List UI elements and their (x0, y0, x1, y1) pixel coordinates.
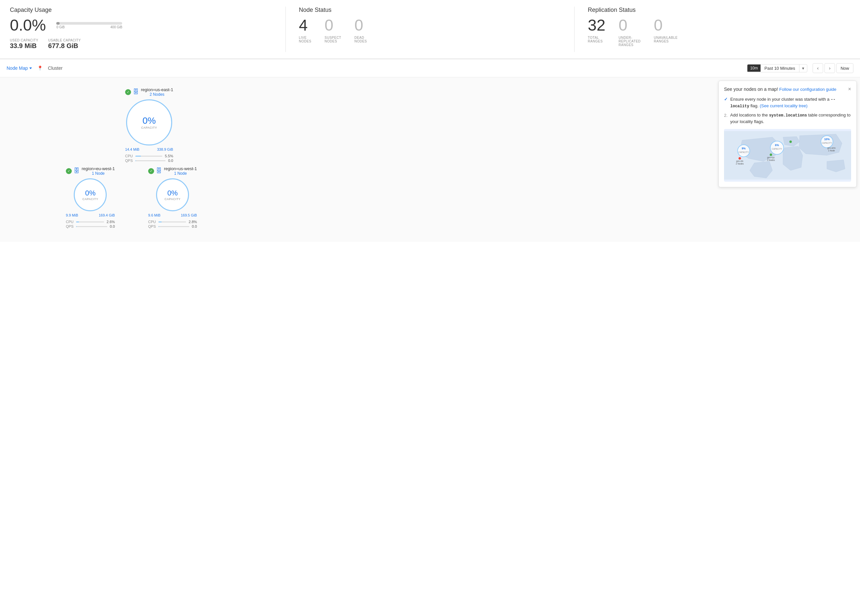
under-replicated-label: UNDER-REPLICATEDRANGES (619, 36, 641, 47)
suspect-nodes-item: 0 SUSPECTNODES (325, 17, 341, 43)
capacity-bar-track (56, 22, 122, 25)
capacity-bar-fill (56, 22, 60, 25)
capacity-circle-eu-west-1: 0% CAPACITY (74, 178, 107, 211)
popup-step-2: 2. Add locations to the system.locations… (724, 112, 851, 125)
svg-text:1 Node: 1 Node (828, 149, 835, 152)
node-map-title-button[interactable]: Node Map (6, 66, 32, 71)
qps-bar-eu-west-1 (76, 226, 107, 227)
svg-text:9%: 9% (742, 147, 746, 150)
svg-text:10%: 10% (824, 138, 830, 141)
cluster-label: Cluster (48, 66, 63, 71)
svg-point-10 (770, 154, 772, 156)
svg-text:geo-ams: geo-ams (827, 146, 836, 149)
region-header-eu-west-1: ✓ 🗄 region=eu-west-1 1 Node (66, 166, 115, 176)
region-header-us-east-1: ✓ 🗄 region=us-east-1 2 Nodes (125, 87, 173, 97)
dead-nodes-value: 0 (354, 17, 367, 33)
under-replicated-value: 0 (619, 17, 641, 33)
follow-guide-link[interactable]: Follow our configuration guide (779, 87, 836, 92)
capacity-usage-panel: Capacity Usage 0.0% 0 GiB 400 GiB USED C… (10, 6, 286, 52)
svg-text:2 Nodes: 2 Nodes (767, 159, 775, 161)
time-range-label: Past 10 Minutes (761, 64, 799, 72)
map-svg: 9% CAPACITY geo-sfo 2 Nodes 6% CAPACITY … (724, 129, 851, 182)
svg-text:CAPACITY: CAPACITY (739, 151, 749, 153)
region-eu-west-1: ✓ 🗄 region=eu-west-1 1 Node 0% CAPACITY … (66, 166, 115, 229)
storage-stats-us-east-1: 14.4 MiB 338.9 GiB (125, 147, 173, 151)
nav-buttons: ‹ › Now (813, 63, 854, 73)
node-map-section: Node Map 📍 Cluster 10m Past 10 Minutes ▾… (0, 59, 860, 242)
popup-steps: ✓ Ensure every node in your cluster was … (724, 96, 851, 125)
popup-step-1: ✓ Ensure every node in your cluster was … (724, 96, 851, 109)
node-status-title: Node Status (299, 6, 561, 14)
config-popup: See your nodes on a map! Follow our conf… (719, 81, 857, 187)
dead-nodes-item: 0 DEADNODES (354, 17, 367, 43)
time-badge: 10m (747, 64, 760, 72)
stats-section: Capacity Usage 0.0% 0 GiB 400 GiB USED C… (0, 0, 860, 59)
qps-bar-us-east-1 (135, 160, 165, 161)
capacity-circle-us-west-1: 0% CAPACITY (156, 178, 189, 211)
unavailable-ranges-label: UNAVAILABLERANGES (654, 36, 678, 43)
usable-capacity-value: 677.8 GiB (48, 42, 81, 50)
step-1-text: Ensure every node in your cluster was st… (730, 97, 831, 102)
node-map-content: ✓ 🗄 region=us-east-1 2 Nodes 0% CAPACITY… (0, 77, 860, 242)
check-icon-eu-west-1: ✓ (66, 168, 72, 174)
region-stats-eu-west-1: CPU 2.6% QPS 0.0 (66, 220, 115, 228)
region-us-east-1: ✓ 🗄 region=us-east-1 2 Nodes 0% CAPACITY… (125, 87, 173, 163)
svg-text:CAPACITY: CAPACITY (772, 148, 782, 150)
storage-stats-us-west-1: 9.6 MiB 169.5 GiB (148, 213, 197, 217)
usable-capacity-item: USABLE CAPACITY 677.8 GiB (48, 39, 81, 50)
cpu-bar-eu-west-1 (76, 221, 104, 223)
total-ranges-item: 32 TOTALRANGES (588, 17, 605, 47)
capacity-bar-container: 0 GiB 400 GiB (56, 22, 122, 29)
capacity-bar-start: 0 GiB (56, 25, 64, 29)
cpu-bar-us-east-1 (135, 156, 162, 157)
region-name-us-east-1: region=us-east-1 2 Nodes (141, 87, 173, 97)
location-pin-icon: 📍 (37, 66, 43, 71)
capacity-percent-value: 0.0% (10, 17, 46, 33)
svg-text:6%: 6% (775, 144, 779, 147)
capacity-top: 0.0% 0 GiB 400 GiB (10, 17, 272, 33)
svg-text:geo-sfo: geo-sfo (736, 160, 744, 163)
region-stats-us-west-1: CPU 2.8% QPS 0.0 (148, 220, 197, 228)
suspect-nodes-value: 0 (325, 17, 341, 33)
check-icon-us-east-1: ✓ (125, 89, 131, 95)
popup-header: See your nodes on a map! Follow our conf… (724, 86, 851, 92)
dead-nodes-label: DEADNODES (354, 36, 367, 43)
capacity-bar-end: 400 GiB (110, 25, 122, 29)
usable-capacity-label: USABLE CAPACITY (48, 39, 81, 42)
now-button[interactable]: Now (836, 63, 854, 73)
main-container: Capacity Usage 0.0% 0 GiB 400 GiB USED C… (0, 0, 860, 616)
used-capacity-value: 33.9 MiB (10, 42, 38, 50)
live-nodes-label: LIVENODES (299, 36, 311, 43)
node-map-dropdown-icon (29, 67, 32, 69)
step-1-check-icon: ✓ (724, 96, 728, 103)
replication-stats: 32 TOTALRANGES 0 UNDER-REPLICATEDRANGES … (588, 17, 850, 47)
time-caret-icon[interactable]: ▾ (799, 64, 807, 72)
region-icon-us-east-1: 🗄 (133, 89, 139, 96)
close-popup-button[interactable]: × (848, 86, 851, 92)
live-nodes-value: 4 (299, 17, 311, 33)
node-map-title-label: Node Map (6, 66, 28, 71)
under-replicated-item: 0 UNDER-REPLICATEDRANGES (619, 17, 641, 47)
storage-stats-eu-west-1: 9.9 MiB 169.4 GiB (66, 213, 115, 217)
step-2-num: 2. (724, 112, 728, 119)
time-selector[interactable]: 10m Past 10 Minutes ▾ (747, 64, 807, 72)
svg-point-16 (789, 140, 792, 143)
unavailable-ranges-item: 0 UNAVAILABLERANGES (654, 17, 678, 47)
capacity-details: USED CAPACITY 33.9 MiB USABLE CAPACITY 6… (10, 39, 272, 50)
region-us-west-1: ✓ 🗄 region=us-west-1 1 Node 0% CAPACITY … (148, 166, 197, 229)
locality-tree-link[interactable]: (See current locality tree) (760, 103, 807, 108)
total-ranges-label: TOTALRANGES (588, 36, 605, 43)
next-time-button[interactable]: › (824, 63, 835, 73)
svg-text:CAPACITY: CAPACITY (822, 142, 832, 144)
replication-status-title: Replication Status (588, 6, 850, 14)
see-nodes-text: See your nodes on a map! (724, 86, 778, 92)
used-capacity-item: USED CAPACITY 33.9 MiB (10, 39, 38, 50)
step-2-text: Add locations to the (730, 113, 769, 118)
node-map-toolbar: Node Map 📍 Cluster 10m Past 10 Minutes ▾… (0, 59, 860, 77)
capacity-bar-labels: 0 GiB 400 GiB (56, 25, 122, 29)
check-icon-us-west-1: ✓ (148, 168, 154, 174)
region-stats-us-east-1: CPU 5.5% QPS 0.0 (125, 154, 173, 163)
prev-time-button[interactable]: ‹ (813, 63, 823, 73)
region-header-us-west-1: ✓ 🗄 region=us-west-1 1 Node (148, 166, 197, 176)
suspect-nodes-label: SUSPECTNODES (325, 36, 341, 43)
